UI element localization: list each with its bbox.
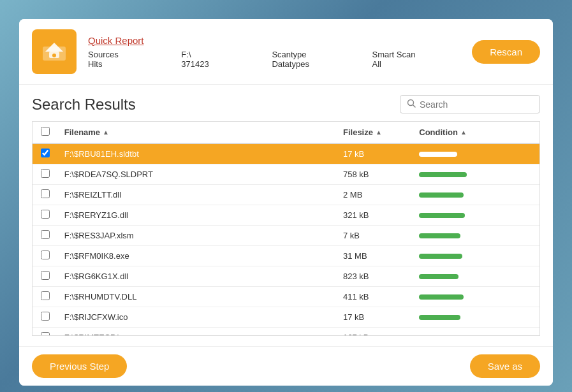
row-filename: F:\$RES3JAP.xlsm bbox=[58, 226, 337, 246]
row-checkbox[interactable] bbox=[41, 312, 50, 321]
table-row: F:\$RHUMDTV.DLL 411 kB bbox=[33, 287, 539, 307]
table-row: F:\$RERYZ1G.dll 321 kB bbox=[33, 205, 539, 226]
scantype-value: Smart Scan bbox=[372, 50, 473, 59]
quick-report-link[interactable]: Quick Report bbox=[88, 35, 472, 46]
scantype-label: Scantype bbox=[272, 50, 365, 59]
row-condition bbox=[413, 205, 539, 226]
condition-bar bbox=[419, 192, 464, 198]
footer: Previous Step Save as bbox=[19, 346, 553, 386]
row-checkbox-cell[interactable] bbox=[33, 226, 58, 246]
condition-bar-wrap bbox=[419, 335, 533, 336]
condition-bar bbox=[419, 335, 465, 336]
row-checkbox-cell[interactable] bbox=[33, 205, 58, 226]
table-body: F:\$RBU81EH.sldtbt 17 kB F:\$RDEA7SQ.SLD… bbox=[33, 143, 539, 335]
row-checkbox-cell[interactable] bbox=[33, 185, 58, 205]
row-condition bbox=[413, 226, 539, 246]
condition-bar bbox=[419, 274, 458, 279]
row-filename: F:\$REIZLTT.dll bbox=[58, 185, 337, 205]
table-row: F:\$RG6KG1X.dll 823 kB bbox=[33, 266, 539, 287]
select-all-header[interactable] bbox=[33, 122, 58, 143]
condition-bar bbox=[419, 233, 460, 238]
row-filesize: 2 MB bbox=[337, 185, 413, 205]
row-condition bbox=[413, 328, 539, 336]
hits-value: 371423 bbox=[181, 59, 265, 69]
row-checkbox[interactable] bbox=[41, 210, 50, 219]
condition-sort-icon: ▲ bbox=[460, 129, 467, 136]
previous-step-button[interactable]: Previous Step bbox=[32, 354, 127, 378]
row-filename: F:\$RIMTECP.bmp bbox=[58, 328, 337, 336]
filename-sort-icon: ▲ bbox=[103, 129, 109, 136]
table-row: F:\$RES3JAP.xlsm 7 kB bbox=[33, 226, 539, 246]
header-meta: Sources F:\ Scantype Smart Scan Hits 371… bbox=[88, 50, 472, 69]
row-checkbox-cell[interactable] bbox=[33, 246, 58, 266]
table-scroll-container[interactable]: Filename ▲ Filesize ▲ bbox=[33, 122, 539, 335]
table-row: F:\$REIZLTT.dll 2 MB bbox=[33, 185, 539, 205]
filename-column-header[interactable]: Filename ▲ bbox=[58, 122, 337, 143]
filesize-column-header[interactable]: Filesize ▲ bbox=[337, 122, 413, 143]
save-as-button[interactable]: Save as bbox=[470, 354, 540, 378]
row-filename: F:\$RFM0IK8.exe bbox=[58, 246, 337, 266]
row-filename: F:\$RERYZ1G.dll bbox=[58, 205, 337, 226]
condition-bar bbox=[419, 152, 457, 157]
row-condition bbox=[413, 287, 539, 307]
row-checkbox-cell[interactable] bbox=[33, 287, 58, 307]
hits-label: Hits bbox=[88, 59, 175, 69]
row-checkbox-cell[interactable] bbox=[33, 164, 58, 185]
row-checkbox[interactable] bbox=[41, 291, 50, 300]
row-checkbox[interactable] bbox=[41, 149, 50, 157]
condition-bar-wrap bbox=[419, 192, 533, 198]
row-filesize: 17 kB bbox=[337, 307, 413, 328]
row-filesize: 411 kB bbox=[337, 287, 413, 307]
condition-bar bbox=[419, 254, 462, 259]
row-condition bbox=[413, 307, 539, 328]
row-filename: F:\$RDEA7SQ.SLDPRT bbox=[58, 164, 337, 185]
row-checkbox-cell[interactable] bbox=[33, 266, 58, 287]
table-row: F:\$RIJCFXW.ico 17 kB bbox=[33, 307, 539, 328]
table-row: F:\$RDEA7SQ.SLDPRT 758 kB bbox=[33, 164, 539, 185]
condition-bar bbox=[419, 213, 465, 218]
condition-bar-wrap bbox=[419, 274, 533, 279]
table-row: F:\$RBU81EH.sldtbt 17 kB bbox=[33, 143, 539, 164]
row-filesize: 17 kB bbox=[337, 143, 413, 164]
row-filename: F:\$RHUMDTV.DLL bbox=[58, 287, 337, 307]
row-condition bbox=[413, 143, 539, 164]
row-checkbox[interactable] bbox=[41, 332, 50, 335]
content-area: Search Results bbox=[19, 85, 553, 346]
row-filename: F:\$RIJCFXW.ico bbox=[58, 307, 337, 328]
row-filesize: 758 kB bbox=[337, 164, 413, 185]
condition-bar-wrap bbox=[419, 213, 533, 218]
row-condition bbox=[413, 246, 539, 266]
select-all-checkbox[interactable] bbox=[41, 127, 50, 136]
row-condition bbox=[413, 266, 539, 287]
row-filesize: 31 MB bbox=[337, 246, 413, 266]
condition-bar bbox=[419, 315, 460, 320]
search-icon bbox=[407, 99, 416, 110]
rescan-button[interactable]: Rescan bbox=[472, 40, 540, 64]
search-input[interactable] bbox=[420, 99, 533, 110]
row-checkbox[interactable] bbox=[41, 230, 50, 239]
svg-line-5 bbox=[413, 105, 416, 108]
table-row: F:\$RIMTECP.bmp 167 kB bbox=[33, 328, 539, 336]
filename-label: Filename bbox=[64, 127, 100, 137]
table-row: F:\$RFM0IK8.exe 31 MB bbox=[33, 246, 539, 266]
row-filesize: 321 kB bbox=[337, 205, 413, 226]
header-info: Quick Report Sources F:\ Scantype Smart … bbox=[88, 35, 472, 69]
row-checkbox-cell[interactable] bbox=[33, 328, 58, 336]
table-header-row: Filename ▲ Filesize ▲ bbox=[33, 122, 539, 143]
condition-bar-wrap bbox=[419, 172, 533, 177]
results-header: Search Results bbox=[32, 95, 540, 113]
row-checkbox[interactable] bbox=[41, 271, 50, 280]
row-checkbox[interactable] bbox=[41, 169, 50, 178]
row-checkbox[interactable] bbox=[41, 250, 50, 259]
row-filename: F:\$RG6KG1X.dll bbox=[58, 266, 337, 287]
condition-label: Condition bbox=[419, 127, 458, 137]
row-checkbox[interactable] bbox=[41, 189, 50, 198]
filesize-label: Filesize bbox=[343, 127, 373, 137]
row-checkbox-cell[interactable] bbox=[33, 143, 58, 164]
condition-column-header[interactable]: Condition ▲ bbox=[413, 122, 539, 143]
condition-bar-wrap bbox=[419, 152, 533, 157]
condition-bar-wrap bbox=[419, 294, 533, 300]
row-filesize: 7 kB bbox=[337, 226, 413, 246]
row-checkbox-cell[interactable] bbox=[33, 307, 58, 328]
search-box[interactable] bbox=[400, 95, 540, 113]
